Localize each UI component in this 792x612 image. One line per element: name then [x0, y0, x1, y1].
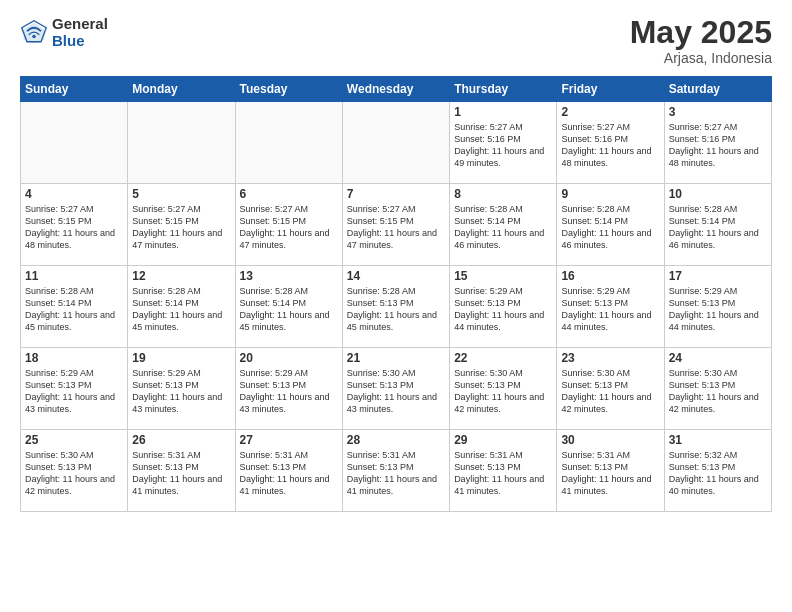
table-row: 21Sunrise: 5:30 AM Sunset: 5:13 PM Dayli…: [342, 348, 449, 430]
day-number: 29: [454, 433, 552, 447]
cell-details: Sunrise: 5:28 AM Sunset: 5:13 PM Dayligh…: [347, 285, 445, 334]
day-number: 31: [669, 433, 767, 447]
day-number: 4: [25, 187, 123, 201]
day-number: 17: [669, 269, 767, 283]
day-number: 9: [561, 187, 659, 201]
cell-details: Sunrise: 5:28 AM Sunset: 5:14 PM Dayligh…: [454, 203, 552, 252]
cell-details: Sunrise: 5:32 AM Sunset: 5:13 PM Dayligh…: [669, 449, 767, 498]
table-row: 14Sunrise: 5:28 AM Sunset: 5:13 PM Dayli…: [342, 266, 449, 348]
logo-icon: [20, 19, 48, 47]
calendar-week-row: 4Sunrise: 5:27 AM Sunset: 5:15 PM Daylig…: [21, 184, 772, 266]
table-row: 3Sunrise: 5:27 AM Sunset: 5:16 PM Daylig…: [664, 102, 771, 184]
cell-details: Sunrise: 5:30 AM Sunset: 5:13 PM Dayligh…: [669, 367, 767, 416]
table-row: 27Sunrise: 5:31 AM Sunset: 5:13 PM Dayli…: [235, 430, 342, 512]
calendar-week-row: 11Sunrise: 5:28 AM Sunset: 5:14 PM Dayli…: [21, 266, 772, 348]
col-wednesday: Wednesday: [342, 77, 449, 102]
day-number: 7: [347, 187, 445, 201]
col-friday: Friday: [557, 77, 664, 102]
day-number: 12: [132, 269, 230, 283]
table-row: 9Sunrise: 5:28 AM Sunset: 5:14 PM Daylig…: [557, 184, 664, 266]
day-number: 2: [561, 105, 659, 119]
table-row: 6Sunrise: 5:27 AM Sunset: 5:15 PM Daylig…: [235, 184, 342, 266]
cell-details: Sunrise: 5:29 AM Sunset: 5:13 PM Dayligh…: [25, 367, 123, 416]
cell-details: Sunrise: 5:31 AM Sunset: 5:13 PM Dayligh…: [561, 449, 659, 498]
cell-details: Sunrise: 5:28 AM Sunset: 5:14 PM Dayligh…: [240, 285, 338, 334]
table-row: 31Sunrise: 5:32 AM Sunset: 5:13 PM Dayli…: [664, 430, 771, 512]
calendar-week-row: 1Sunrise: 5:27 AM Sunset: 5:16 PM Daylig…: [21, 102, 772, 184]
logo-general: General: [52, 16, 108, 33]
table-row: [342, 102, 449, 184]
table-row: 10Sunrise: 5:28 AM Sunset: 5:14 PM Dayli…: [664, 184, 771, 266]
cell-details: Sunrise: 5:28 AM Sunset: 5:14 PM Dayligh…: [132, 285, 230, 334]
cell-details: Sunrise: 5:29 AM Sunset: 5:13 PM Dayligh…: [132, 367, 230, 416]
table-row: 19Sunrise: 5:29 AM Sunset: 5:13 PM Dayli…: [128, 348, 235, 430]
day-number: 14: [347, 269, 445, 283]
table-row: 2Sunrise: 5:27 AM Sunset: 5:16 PM Daylig…: [557, 102, 664, 184]
cell-details: Sunrise: 5:29 AM Sunset: 5:13 PM Dayligh…: [454, 285, 552, 334]
cell-details: Sunrise: 5:27 AM Sunset: 5:16 PM Dayligh…: [454, 121, 552, 170]
cell-details: Sunrise: 5:30 AM Sunset: 5:13 PM Dayligh…: [454, 367, 552, 416]
day-number: 8: [454, 187, 552, 201]
day-number: 6: [240, 187, 338, 201]
table-row: 30Sunrise: 5:31 AM Sunset: 5:13 PM Dayli…: [557, 430, 664, 512]
month-title: May 2025: [630, 16, 772, 48]
table-row: 15Sunrise: 5:29 AM Sunset: 5:13 PM Dayli…: [450, 266, 557, 348]
table-row: 1Sunrise: 5:27 AM Sunset: 5:16 PM Daylig…: [450, 102, 557, 184]
cell-details: Sunrise: 5:27 AM Sunset: 5:15 PM Dayligh…: [347, 203, 445, 252]
day-number: 20: [240, 351, 338, 365]
day-number: 26: [132, 433, 230, 447]
day-number: 18: [25, 351, 123, 365]
day-number: 13: [240, 269, 338, 283]
day-number: 1: [454, 105, 552, 119]
svg-point-2: [32, 34, 36, 38]
cell-details: Sunrise: 5:27 AM Sunset: 5:15 PM Dayligh…: [240, 203, 338, 252]
table-row: 12Sunrise: 5:28 AM Sunset: 5:14 PM Dayli…: [128, 266, 235, 348]
location: Arjasa, Indonesia: [630, 50, 772, 66]
cell-details: Sunrise: 5:27 AM Sunset: 5:15 PM Dayligh…: [25, 203, 123, 252]
table-row: [235, 102, 342, 184]
logo-blue: Blue: [52, 33, 108, 50]
cell-details: Sunrise: 5:29 AM Sunset: 5:13 PM Dayligh…: [240, 367, 338, 416]
col-monday: Monday: [128, 77, 235, 102]
logo-text: General Blue: [52, 16, 108, 49]
day-number: 30: [561, 433, 659, 447]
col-thursday: Thursday: [450, 77, 557, 102]
table-row: 28Sunrise: 5:31 AM Sunset: 5:13 PM Dayli…: [342, 430, 449, 512]
calendar-header-row: Sunday Monday Tuesday Wednesday Thursday…: [21, 77, 772, 102]
day-number: 22: [454, 351, 552, 365]
day-number: 27: [240, 433, 338, 447]
title-block: May 2025 Arjasa, Indonesia: [630, 16, 772, 66]
col-sunday: Sunday: [21, 77, 128, 102]
table-row: [128, 102, 235, 184]
table-row: 22Sunrise: 5:30 AM Sunset: 5:13 PM Dayli…: [450, 348, 557, 430]
cell-details: Sunrise: 5:30 AM Sunset: 5:13 PM Dayligh…: [25, 449, 123, 498]
table-row: 24Sunrise: 5:30 AM Sunset: 5:13 PM Dayli…: [664, 348, 771, 430]
day-number: 3: [669, 105, 767, 119]
day-number: 5: [132, 187, 230, 201]
cell-details: Sunrise: 5:30 AM Sunset: 5:13 PM Dayligh…: [561, 367, 659, 416]
col-tuesday: Tuesday: [235, 77, 342, 102]
table-row: 29Sunrise: 5:31 AM Sunset: 5:13 PM Dayli…: [450, 430, 557, 512]
day-number: 15: [454, 269, 552, 283]
calendar-week-row: 18Sunrise: 5:29 AM Sunset: 5:13 PM Dayli…: [21, 348, 772, 430]
cell-details: Sunrise: 5:27 AM Sunset: 5:16 PM Dayligh…: [561, 121, 659, 170]
cell-details: Sunrise: 5:31 AM Sunset: 5:13 PM Dayligh…: [454, 449, 552, 498]
cell-details: Sunrise: 5:28 AM Sunset: 5:14 PM Dayligh…: [561, 203, 659, 252]
cell-details: Sunrise: 5:29 AM Sunset: 5:13 PM Dayligh…: [561, 285, 659, 334]
day-number: 25: [25, 433, 123, 447]
day-number: 19: [132, 351, 230, 365]
day-number: 24: [669, 351, 767, 365]
table-row: 23Sunrise: 5:30 AM Sunset: 5:13 PM Dayli…: [557, 348, 664, 430]
col-saturday: Saturday: [664, 77, 771, 102]
cell-details: Sunrise: 5:29 AM Sunset: 5:13 PM Dayligh…: [669, 285, 767, 334]
cell-details: Sunrise: 5:28 AM Sunset: 5:14 PM Dayligh…: [669, 203, 767, 252]
table-row: 7Sunrise: 5:27 AM Sunset: 5:15 PM Daylig…: [342, 184, 449, 266]
table-row: 16Sunrise: 5:29 AM Sunset: 5:13 PM Dayli…: [557, 266, 664, 348]
calendar-table: Sunday Monday Tuesday Wednesday Thursday…: [20, 76, 772, 512]
table-row: 25Sunrise: 5:30 AM Sunset: 5:13 PM Dayli…: [21, 430, 128, 512]
table-row: 20Sunrise: 5:29 AM Sunset: 5:13 PM Dayli…: [235, 348, 342, 430]
day-number: 10: [669, 187, 767, 201]
day-number: 16: [561, 269, 659, 283]
calendar-week-row: 25Sunrise: 5:30 AM Sunset: 5:13 PM Dayli…: [21, 430, 772, 512]
table-row: 13Sunrise: 5:28 AM Sunset: 5:14 PM Dayli…: [235, 266, 342, 348]
